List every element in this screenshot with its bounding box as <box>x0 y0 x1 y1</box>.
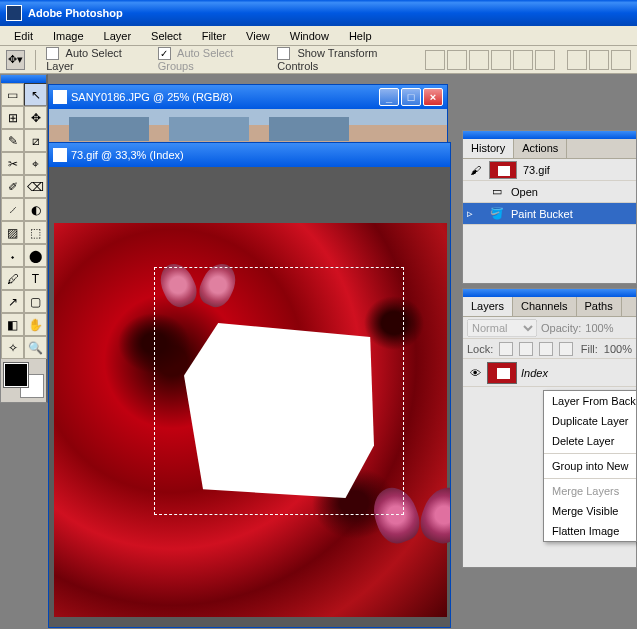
lock-all-icon[interactable] <box>559 342 573 356</box>
tool-11[interactable]: ◐ <box>24 198 47 221</box>
tool-9[interactable]: ⌫ <box>24 175 47 198</box>
tool-21[interactable]: ✋ <box>24 313 47 336</box>
tab-actions[interactable]: Actions <box>514 139 567 158</box>
layer-context-menu: Layer From BackgroundDuplicate LayerDele… <box>543 390 637 542</box>
menu-layer[interactable]: Layer <box>96 28 140 44</box>
history-state-paint-bucket[interactable]: ▹ 🪣 Paint Bucket <box>463 203 636 225</box>
layer-row-index[interactable]: 👁 Index <box>463 359 636 387</box>
tool-10[interactable]: ⟋ <box>1 198 24 221</box>
document-window-sany0186[interactable]: SANY0186.JPG @ 25% (RGB/8) _ □ × <box>48 84 448 150</box>
tab-paths[interactable]: Paths <box>577 297 622 316</box>
align-left-button[interactable] <box>491 50 511 70</box>
fill-label: Fill: <box>581 343 598 355</box>
tool-20[interactable]: ◧ <box>1 313 24 336</box>
document-window-73gif[interactable]: 73.gif @ 33,3% (Index) <box>48 142 451 628</box>
tab-history[interactable]: History <box>463 139 514 158</box>
align-hcenter-button[interactable] <box>513 50 533 70</box>
tab-channels[interactable]: Channels <box>513 297 576 316</box>
menu-help[interactable]: Help <box>341 28 380 44</box>
menu-select[interactable]: Select <box>143 28 190 44</box>
tool-8[interactable]: ✐ <box>1 175 24 198</box>
align-vcenter-button[interactable] <box>447 50 467 70</box>
checkbox-checked-icon <box>158 47 171 60</box>
tool-12[interactable]: ▨ <box>1 221 24 244</box>
ctx-group-into-new[interactable]: Group into New <box>544 456 636 476</box>
tool-23[interactable]: 🔍 <box>24 336 47 359</box>
tool-15[interactable]: ⬤ <box>24 244 47 267</box>
tool-2[interactable]: ⊞ <box>1 106 24 129</box>
document-canvas[interactable] <box>49 167 450 627</box>
distribute-2-button[interactable] <box>589 50 609 70</box>
opacity-label: Opacity: <box>541 322 581 334</box>
tool-18[interactable]: ↗ <box>1 290 24 313</box>
minimize-button[interactable]: _ <box>379 88 399 106</box>
foreground-color[interactable] <box>4 363 28 387</box>
ctx-merge-visible[interactable]: Merge Visible <box>544 501 636 521</box>
tool-5[interactable]: ⧄ <box>24 129 47 152</box>
align-top-button[interactable] <box>425 50 445 70</box>
align-bottom-button[interactable] <box>469 50 489 70</box>
tool-16[interactable]: 🖊 <box>1 267 24 290</box>
ctx-merge-layers: Merge Layers <box>544 481 636 501</box>
history-panel: History Actions 🖌 73.gif ▭ Open ▹ 🪣 Pai <box>462 130 637 284</box>
ctx-delete-layer[interactable]: Delete Layer <box>544 431 636 451</box>
close-button[interactable]: × <box>423 88 443 106</box>
tool-1[interactable]: ↖ <box>24 83 47 106</box>
distribute-3-button[interactable] <box>611 50 631 70</box>
document-icon <box>53 90 67 104</box>
tool-22[interactable]: ✧ <box>1 336 24 359</box>
checkbox-icon <box>277 47 290 60</box>
tool-14[interactable]: ⬩ <box>1 244 24 267</box>
lock-transparency-icon[interactable] <box>499 342 513 356</box>
history-source-row[interactable]: 🖌 73.gif <box>463 159 636 181</box>
maximize-button[interactable]: □ <box>401 88 421 106</box>
document-title: 73.gif @ 33,3% (Index) <box>71 149 184 161</box>
menu-image[interactable]: Image <box>45 28 92 44</box>
panel-grip[interactable] <box>463 289 636 297</box>
history-state-label: Paint Bucket <box>511 208 573 220</box>
document-title: SANY0186.JPG @ 25% (RGB/8) <box>71 91 233 103</box>
auto-select-layer-option[interactable]: Auto Select Layer <box>46 47 148 73</box>
history-state-open[interactable]: ▭ Open <box>463 181 636 203</box>
selection-marquee <box>154 267 404 515</box>
tool-4[interactable]: ✎ <box>1 129 24 152</box>
menu-filter[interactable]: Filter <box>194 28 234 44</box>
move-tool-preset[interactable]: ✥▾ <box>6 50 25 70</box>
menu-view[interactable]: View <box>238 28 278 44</box>
tool-13[interactable]: ⬚ <box>24 221 47 244</box>
panel-grip[interactable] <box>463 131 636 139</box>
paint-bucket-icon: 🪣 <box>489 206 505 222</box>
ctx-duplicate-layer[interactable]: Duplicate Layer <box>544 411 636 431</box>
show-transform-option[interactable]: Show Transform Controls <box>277 47 415 73</box>
app-title: Adobe Photoshop <box>28 7 123 19</box>
document-titlebar[interactable]: 73.gif @ 33,3% (Index) <box>49 143 450 167</box>
tool-grid: ▭↖⊞✥✎⧄✂⌖✐⌫⟋◐▨⬚⬩⬤🖊T↗▢◧✋✧🔍 <box>1 83 46 359</box>
visibility-eye-icon[interactable]: 👁 <box>467 367 483 379</box>
brush-icon: 🖌 <box>467 162 483 178</box>
lock-pixels-icon[interactable] <box>519 342 533 356</box>
document-icon <box>53 148 67 162</box>
toolbox: ▭↖⊞✥✎⧄✂⌖✐⌫⟋◐▨⬚⬩⬤🖊T↗▢◧✋✧🔍 <box>0 74 48 403</box>
blend-mode-select[interactable]: Normal <box>467 319 537 337</box>
tool-3[interactable]: ✥ <box>24 106 47 129</box>
align-buttons <box>425 50 631 70</box>
tool-7[interactable]: ⌖ <box>24 152 47 175</box>
document-titlebar[interactable]: SANY0186.JPG @ 25% (RGB/8) _ □ × <box>49 85 447 109</box>
tool-0[interactable]: ▭ <box>1 83 24 106</box>
distribute-1-button[interactable] <box>567 50 587 70</box>
work-area: ▭↖⊞✥✎⧄✂⌖✐⌫⟋◐▨⬚⬩⬤🖊T↗▢◧✋✧🔍 SANY0186.JPG @ … <box>0 74 637 629</box>
layer-thumbnail[interactable] <box>487 362 517 384</box>
tool-19[interactable]: ▢ <box>24 290 47 313</box>
menu-edit[interactable]: Edit <box>6 28 41 44</box>
auto-select-groups-option: Auto Select Groups <box>158 47 268 73</box>
tool-17[interactable]: T <box>24 267 47 290</box>
ctx-flatten-image[interactable]: Flatten Image <box>544 521 636 541</box>
align-right-button[interactable] <box>535 50 555 70</box>
toolbox-grip[interactable] <box>1 75 46 83</box>
ctx-layer-from-background[interactable]: Layer From Background <box>544 391 636 411</box>
history-state-label: Open <box>511 186 538 198</box>
lock-position-icon[interactable] <box>539 342 553 356</box>
tool-6[interactable]: ✂ <box>1 152 24 175</box>
menu-window[interactable]: Window <box>282 28 337 44</box>
tab-layers[interactable]: Layers <box>463 297 513 316</box>
